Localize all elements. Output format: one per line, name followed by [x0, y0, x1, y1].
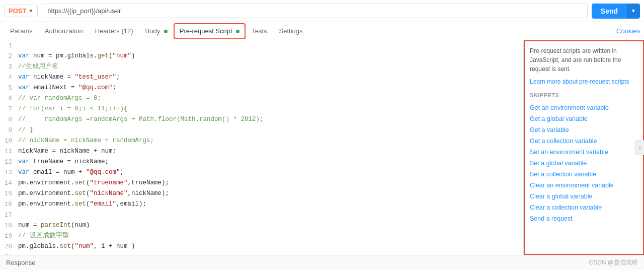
snippet-clear-env-var[interactable]: Clear an environment variable	[530, 180, 638, 191]
panel-toggle-button[interactable]: ›	[635, 140, 644, 155]
code-line-11: 11 nickName = nickName + num;	[0, 146, 523, 157]
tab-headers[interactable]: Headers (12)	[89, 23, 139, 39]
tab-tests[interactable]: Tests	[246, 23, 273, 39]
snippet-get-env-var[interactable]: Get an environment variable	[530, 102, 638, 113]
snippet-get-collection-var[interactable]: Get a collection variable	[530, 136, 638, 147]
main-content: 1 2 var num = pm.globals.get("num") 3 //…	[0, 40, 644, 255]
code-editor[interactable]: 1 2 var num = pm.globals.get("num") 3 //…	[0, 40, 523, 255]
code-line-4: 4 var nickName = "test_user";	[0, 72, 523, 83]
csdn-watermark: CSDN @是馄饨呀	[589, 258, 638, 267]
snippet-clear-global-var[interactable]: Clear a global variable	[530, 191, 638, 202]
send-dropdown-button[interactable]: ▼	[627, 4, 640, 19]
snippet-set-env-var[interactable]: Set an environment variable	[530, 147, 638, 158]
response-label: Response	[6, 259, 36, 266]
tab-params[interactable]: Params	[4, 23, 39, 39]
snippet-get-global-var[interactable]: Get a global variable	[530, 113, 638, 124]
right-panel: › Pre-request scripts are written in Jav…	[523, 40, 644, 255]
code-line-3: 3 //生成用户名	[0, 61, 523, 72]
cookies-link[interactable]: Cookies	[616, 27, 640, 35]
snippets-title: SNIPPETS	[530, 92, 638, 98]
pre-request-indicator	[236, 30, 239, 33]
snippets-list: Get an environment variable Get a global…	[530, 102, 638, 224]
learn-more-link[interactable]: Learn more about pre-request scripts	[530, 78, 629, 85]
panel-description: Pre-request scripts are written in JavaS…	[530, 46, 638, 74]
tab-authorization[interactable]: Authorization	[39, 23, 89, 39]
method-select[interactable]: POST ▼	[4, 5, 38, 17]
url-input[interactable]	[42, 4, 588, 18]
code-line-6: 6 // var randomArgs = 0;	[0, 93, 523, 104]
code-line-9: 9 // }	[0, 125, 523, 136]
code-line-17: 17	[0, 210, 523, 220]
code-line-14: 14 pm.environment.set("truename",trueNam…	[0, 178, 523, 188]
code-line-1: 1	[0, 40, 523, 51]
code-line-19: 19 // 设置成数字型	[0, 231, 523, 241]
code-line-16: 16 pm.environment.set("email",email);	[0, 199, 523, 210]
send-button[interactable]: Send	[592, 4, 627, 19]
method-label: POST	[9, 7, 26, 15]
bottom-bar: Response CSDN @是馄饨呀	[0, 255, 644, 270]
tab-body[interactable]: Body	[139, 23, 174, 39]
code-line-20: 20 pm.globals.set("num", 1 + num )	[0, 241, 523, 252]
body-indicator	[164, 30, 168, 33]
code-line-7: 7 // for(var i = 0;i < 11;i++){	[0, 104, 523, 114]
snippet-get-var[interactable]: Get a variable	[530, 124, 638, 136]
tab-settings[interactable]: Settings	[273, 23, 309, 39]
snippet-set-collection-var[interactable]: Set a collection variable	[530, 169, 638, 180]
snippet-send-request[interactable]: Send a request	[530, 213, 638, 224]
code-line-10: 10 // nickName = nickName + randomArgs;	[0, 136, 523, 146]
top-bar: POST ▼ Send ▼	[0, 0, 644, 22]
code-lines: 1 2 var num = pm.globals.get("num") 3 //…	[0, 40, 523, 255]
code-line-12: 12 var trueName = nickName;	[0, 157, 523, 167]
snippet-clear-collection-var[interactable]: Clear a collection variable	[530, 202, 638, 213]
send-btn-group: Send ▼	[592, 4, 640, 19]
code-line-15: 15 pm.environment.set("nickName",nickNam…	[0, 188, 523, 199]
method-chevron-icon: ▼	[28, 8, 33, 14]
code-line-18: 18 num = parseInt(num)	[0, 220, 523, 231]
code-line-5: 5 var emailNext = "@qq.com";	[0, 83, 523, 93]
code-line-8: 8 // randomArgs =randomArgs + Math.floor…	[0, 114, 523, 125]
snippet-set-global-var[interactable]: Set a global variable	[530, 158, 638, 169]
code-line-2: 2 var num = pm.globals.get("num")	[0, 51, 523, 61]
tabs-bar: Params Authorization Headers (12) Body P…	[0, 22, 644, 40]
code-line-21: 21	[0, 252, 523, 255]
tab-pre-request-script[interactable]: Pre-request Script	[174, 23, 246, 39]
code-line-13: 13 var email = num + "@qq.com";	[0, 167, 523, 178]
